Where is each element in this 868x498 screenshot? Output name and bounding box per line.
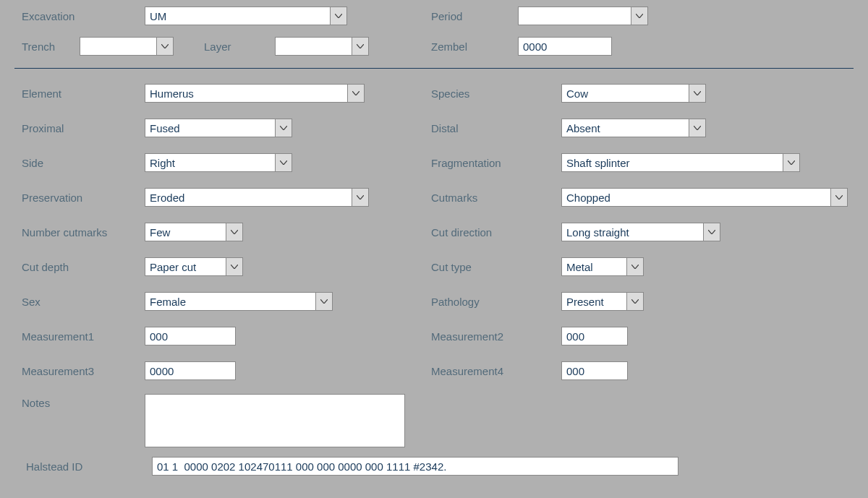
species-input[interactable] xyxy=(561,84,689,103)
excavation-select[interactable] xyxy=(145,7,347,25)
chevron-down-icon xyxy=(357,195,364,199)
zembel-input[interactable] xyxy=(518,37,612,56)
cutmarks-label: Cutmarks xyxy=(431,192,561,204)
cut-depth-label: Cut depth xyxy=(0,261,145,273)
preservation-input[interactable] xyxy=(145,188,352,207)
cut-type-input[interactable] xyxy=(561,257,626,276)
proximal-input[interactable] xyxy=(145,119,275,137)
notes-input[interactable] xyxy=(145,394,405,447)
excavation-dropdown-button[interactable] xyxy=(330,7,347,25)
measurement2-label: Measurement2 xyxy=(431,330,561,343)
chevron-down-icon xyxy=(231,230,238,234)
cut-depth-select[interactable] xyxy=(145,257,243,276)
pathology-input[interactable] xyxy=(561,292,626,311)
layer-dropdown-button[interactable] xyxy=(352,37,369,56)
halstead-id-label: Halstead ID xyxy=(0,460,152,473)
chevron-down-icon xyxy=(631,265,639,269)
chevron-down-icon xyxy=(352,91,359,95)
preservation-select[interactable] xyxy=(145,188,369,207)
fragmentation-select[interactable] xyxy=(561,153,800,172)
period-select[interactable] xyxy=(518,7,648,25)
distal-select[interactable] xyxy=(561,119,706,137)
cutmarks-input[interactable] xyxy=(561,188,830,207)
pathology-dropdown-button[interactable] xyxy=(626,292,644,311)
cut-type-select[interactable] xyxy=(561,257,644,276)
sex-dropdown-button[interactable] xyxy=(315,292,333,311)
notes-label: Notes xyxy=(0,394,145,409)
cut-direction-select[interactable] xyxy=(561,223,720,241)
fragmentation-label: Fragmentation xyxy=(431,157,561,169)
cutmarks-dropdown-button[interactable] xyxy=(830,188,848,207)
trench-dropdown-button[interactable] xyxy=(156,37,174,56)
element-dropdown-button[interactable] xyxy=(347,84,365,103)
halstead-id-input[interactable] xyxy=(152,457,678,476)
measurement4-label: Measurement4 xyxy=(431,365,561,377)
pathology-label: Pathology xyxy=(431,296,561,308)
preservation-dropdown-button[interactable] xyxy=(352,188,369,207)
cut-direction-label: Cut direction xyxy=(431,226,561,239)
layer-input[interactable] xyxy=(275,37,352,56)
number-cutmarks-dropdown-button[interactable] xyxy=(226,223,243,241)
preservation-label: Preservation xyxy=(0,192,145,204)
pathology-select[interactable] xyxy=(561,292,644,311)
layer-label: Layer xyxy=(174,40,275,53)
side-input[interactable] xyxy=(145,153,275,172)
element-input[interactable] xyxy=(145,84,347,103)
excavation-label: Excavation xyxy=(0,10,145,22)
side-label: Side xyxy=(0,157,145,169)
chevron-down-icon xyxy=(335,14,342,18)
excavation-input[interactable] xyxy=(145,7,330,25)
measurement4-input[interactable] xyxy=(561,361,628,380)
species-label: Species xyxy=(431,87,561,100)
layer-select[interactable] xyxy=(275,37,369,56)
measurement3-label: Measurement3 xyxy=(0,365,145,377)
period-dropdown-button[interactable] xyxy=(631,7,648,25)
distal-label: Distal xyxy=(431,122,561,134)
species-dropdown-button[interactable] xyxy=(689,84,706,103)
number-cutmarks-input[interactable] xyxy=(145,223,226,241)
chevron-down-icon xyxy=(694,91,701,95)
cut-depth-dropdown-button[interactable] xyxy=(226,257,243,276)
side-select[interactable] xyxy=(145,153,292,172)
measurement1-input[interactable] xyxy=(145,327,236,345)
fragmentation-dropdown-button[interactable] xyxy=(783,153,800,172)
sex-label: Sex xyxy=(0,296,145,308)
proximal-dropdown-button[interactable] xyxy=(275,119,292,137)
measurement1-label: Measurement1 xyxy=(0,330,145,343)
measurement3-input[interactable] xyxy=(145,361,236,380)
proximal-label: Proximal xyxy=(0,122,145,134)
chevron-down-icon xyxy=(631,299,639,304)
chevron-down-icon xyxy=(708,230,715,234)
number-cutmarks-select[interactable] xyxy=(145,223,243,241)
fragmentation-input[interactable] xyxy=(561,153,783,172)
sex-input[interactable] xyxy=(145,292,315,311)
distal-dropdown-button[interactable] xyxy=(689,119,706,137)
trench-label: Trench xyxy=(0,40,80,53)
chevron-down-icon xyxy=(161,44,169,48)
number-cutmarks-label: Number cutmarks xyxy=(0,226,145,239)
chevron-down-icon xyxy=(320,299,328,304)
side-dropdown-button[interactable] xyxy=(275,153,292,172)
section-divider xyxy=(14,68,854,69)
measurement2-input[interactable] xyxy=(561,327,628,345)
distal-input[interactable] xyxy=(561,119,689,137)
trench-input[interactable] xyxy=(80,37,156,56)
chevron-down-icon xyxy=(835,195,843,199)
proximal-select[interactable] xyxy=(145,119,292,137)
chevron-down-icon xyxy=(788,160,795,165)
period-input[interactable] xyxy=(518,7,631,25)
period-label: Period xyxy=(431,10,518,22)
cutmarks-select[interactable] xyxy=(561,188,848,207)
cut-direction-dropdown-button[interactable] xyxy=(703,223,720,241)
trench-select[interactable] xyxy=(80,37,174,56)
species-select[interactable] xyxy=(561,84,706,103)
cut-type-label: Cut type xyxy=(431,261,561,273)
chevron-down-icon xyxy=(357,44,364,48)
cut-direction-input[interactable] xyxy=(561,223,703,241)
sex-select[interactable] xyxy=(145,292,333,311)
cut-type-dropdown-button[interactable] xyxy=(626,257,644,276)
element-select[interactable] xyxy=(145,84,365,103)
cut-depth-input[interactable] xyxy=(145,257,226,276)
chevron-down-icon xyxy=(694,126,701,130)
element-label: Element xyxy=(0,87,145,100)
